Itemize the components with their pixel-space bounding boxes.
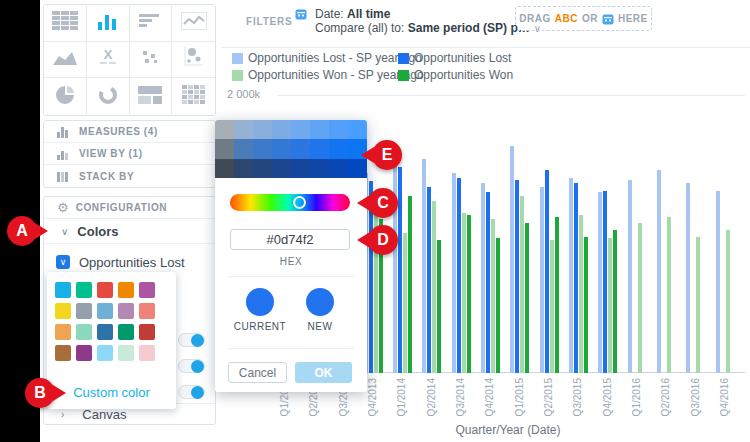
shade-cell-0f46a8[interactable]	[310, 159, 329, 178]
color-swatch-ab55a3[interactable]	[139, 282, 155, 298]
shade-cell-3478d6[interactable]	[272, 139, 291, 158]
color-swatch-17b1e6[interactable]	[55, 282, 71, 298]
color-swatch-04996b[interactable]	[118, 324, 134, 340]
color-swatch-bf3d34[interactable]	[139, 324, 155, 340]
color-swatch-f3cbd0[interactable]	[139, 345, 155, 361]
shade-cell-1374f1[interactable]	[329, 139, 348, 158]
bar-Q1-2016[interactable]	[638, 223, 642, 373]
bar-Q2-2014[interactable]	[427, 187, 431, 373]
bar-Q4-2014[interactable]	[481, 183, 485, 373]
date-filter-line[interactable]: Date: All time	[315, 7, 390, 21]
bar-Q3-2015[interactable]	[579, 215, 583, 373]
viz-type-area-button[interactable]	[44, 42, 87, 79]
ok-button[interactable]: OK	[295, 362, 352, 383]
bar-Q3-2014[interactable]	[452, 173, 456, 373]
bar-Q2-2015[interactable]	[550, 240, 554, 373]
legend-item[interactable]: Opportunities Lost - SP year ago	[232, 51, 422, 65]
bar-Q4-2015[interactable]	[608, 238, 612, 373]
bucket-stack-by[interactable]: STACK BY	[44, 165, 215, 187]
bar-Q4-2014[interactable]	[491, 219, 495, 373]
shade-cell-3f4a54[interactable]	[215, 159, 234, 178]
viz-type-line-button[interactable]	[172, 5, 215, 42]
legend-item[interactable]: Opportunities Lost	[398, 51, 511, 65]
bar-Q3-2014[interactable]	[462, 213, 466, 373]
shade-cell-7dace5[interactable]	[272, 120, 291, 139]
bar-Q3-2016[interactable]	[696, 237, 700, 373]
shade-cell-60a5f4[interactable]	[310, 120, 329, 139]
viz-type-pie-button[interactable]	[44, 78, 87, 115]
bar-Q2-2016[interactable]	[667, 217, 671, 373]
bar-Q4-2015[interactable]	[603, 191, 607, 373]
cancel-button[interactable]: Cancel	[228, 362, 287, 383]
legend-item[interactable]: Opportunities Won	[398, 68, 513, 82]
shade-cell-8bafdd[interactable]	[253, 120, 272, 139]
shade-cell-23467f[interactable]	[253, 159, 272, 178]
measure-color-item[interactable]: ∨ Opportunities Lost	[44, 250, 215, 274]
bucket-measures[interactable]: MEASURES (4)	[44, 121, 215, 143]
bar-Q1-2016[interactable]	[628, 180, 632, 373]
legend-item[interactable]: Opportunities Won - SP year ago	[232, 68, 424, 82]
bucket-view-by[interactable]: VIEW BY (1)	[44, 143, 215, 165]
shade-cell-6fa9ee[interactable]	[291, 120, 310, 139]
bar-Q2-2014[interactable]	[422, 159, 426, 373]
color-swatch-94a1ad[interactable]	[76, 303, 92, 319]
color-swatch-f3d71f[interactable]	[55, 303, 71, 319]
viz-type-bubble-button[interactable]	[172, 42, 215, 79]
shade-cell-2b76e2[interactable]	[291, 139, 310, 158]
custom-color-link[interactable]: Custom color	[47, 385, 176, 400]
bar-Q2-2015[interactable]	[545, 170, 549, 373]
bar-Q3-2015[interactable]	[584, 237, 588, 373]
viz-type-scatter-button[interactable]	[130, 42, 173, 79]
filter-dropzone[interactable]: DRAG ABC OR HERE	[515, 6, 652, 31]
shade-cell-4a7cba[interactable]	[234, 139, 253, 158]
bar-Q4-2014[interactable]	[496, 238, 500, 373]
color-swatch-a96d3b[interactable]	[55, 345, 71, 361]
shade-cell-539ffa[interactable]	[329, 120, 348, 139]
color-swatch-8bd8bd[interactable]	[76, 324, 92, 340]
bar-Q2-2015[interactable]	[555, 217, 559, 373]
hue-slider-handle[interactable]	[293, 196, 306, 209]
color-swatch-2e72aa[interactable]	[97, 324, 113, 340]
bar-Q1-2014[interactable]	[393, 158, 397, 373]
bar-Q4-2016[interactable]	[726, 230, 730, 373]
bar-Q1-2015[interactable]	[510, 146, 514, 373]
color-swatch-c8ead9[interactable]	[118, 345, 134, 361]
color-swatch-b588b3[interactable]	[118, 303, 134, 319]
bar-Q2-2014[interactable]	[432, 201, 436, 373]
bar-Q4-2016[interactable]	[716, 191, 720, 373]
colors-section-toggle[interactable]: ∨ Colors	[44, 219, 215, 244]
bar-Q1-2014[interactable]	[408, 196, 412, 373]
bar-Q3-2014[interactable]	[467, 215, 471, 373]
color-swatch-f08700[interactable]	[118, 282, 134, 298]
color-swatch-efa454[interactable]	[55, 324, 71, 340]
bar-Q1-2014[interactable]	[403, 233, 407, 373]
shade-cell-2b466f[interactable]	[234, 159, 253, 178]
compare-filter-line[interactable]: Compare (all) to: Same period (SP) p…∨	[315, 21, 541, 35]
hue-slider[interactable]	[230, 194, 350, 211]
shade-cell-2075ec[interactable]	[310, 139, 329, 158]
color-swatch-ef8379[interactable]	[139, 303, 155, 319]
bar-Q3-2016[interactable]	[686, 183, 690, 373]
hex-input[interactable]	[230, 229, 350, 250]
bar-Q2-2015[interactable]	[540, 187, 544, 373]
color-swatch-8ed9f7[interactable]	[97, 345, 113, 361]
shade-cell-0847b4[interactable]	[329, 159, 348, 178]
color-swatch-70b0d6[interactable]	[97, 303, 113, 319]
color-swatch-00c18d[interactable]	[76, 282, 92, 298]
bar-Q3-2015[interactable]	[574, 183, 578, 373]
shade-cell-1c468e[interactable]	[272, 159, 291, 178]
viz-type-treemap-button[interactable]	[130, 78, 173, 115]
shade-cell-4a9eff[interactable]	[348, 120, 367, 139]
bar-Q2-2016[interactable]	[657, 170, 661, 373]
viz-type-column-button[interactable]	[87, 5, 130, 42]
bar-Q4-2015[interactable]	[613, 230, 617, 373]
color-swatch-8e3a8c[interactable]	[76, 345, 92, 361]
bar-Q1-2015[interactable]	[525, 223, 529, 373]
measure-color-dropdown-button[interactable]: ∨	[56, 255, 70, 269]
bar-Q4-2014[interactable]	[486, 192, 490, 373]
viz-type-headline-button[interactable]: X	[87, 42, 130, 79]
bar-Q1-2014[interactable]	[398, 167, 402, 373]
bar-Q3-2015[interactable]	[569, 178, 573, 373]
config-toggle-1[interactable]	[178, 333, 205, 347]
bar-Q4-2015[interactable]	[598, 192, 602, 373]
